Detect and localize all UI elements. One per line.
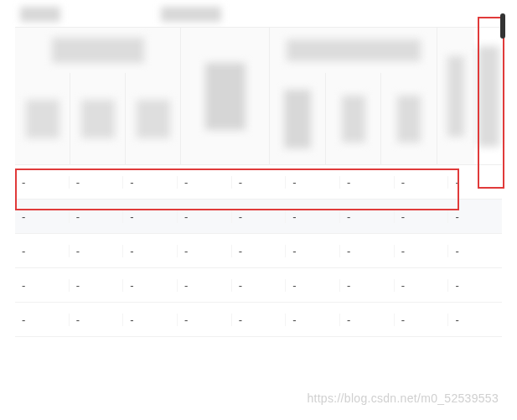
table-cell: - [286, 245, 340, 257]
table-row[interactable]: --------- [15, 234, 502, 268]
col-header [447, 56, 464, 137]
table-cell: - [232, 314, 287, 326]
table-body: ----------------------------------------… [15, 165, 502, 337]
table-cell: - [395, 176, 449, 189]
table-row[interactable]: --------- [15, 200, 502, 234]
table-cell: - [448, 210, 502, 223]
table-cell: - [123, 245, 178, 257]
table-cell: - [123, 314, 178, 326]
col-header [26, 100, 59, 138]
table-cell: - [123, 210, 178, 223]
vertical-scrollbar[interactable] [500, 13, 505, 39]
table-cell: - [395, 210, 449, 223]
col-header [397, 96, 421, 143]
table-cell: - [15, 314, 70, 326]
table-cell: - [123, 176, 178, 189]
table-row[interactable]: --------- [15, 268, 502, 303]
table-cell: - [70, 245, 124, 257]
data-table: ----------------------------------------… [15, 27, 502, 337]
table-cell: - [395, 245, 449, 257]
table-cell: - [178, 314, 232, 326]
table-cell: - [70, 176, 124, 189]
table-cell: - [178, 245, 232, 257]
col-header-single [205, 63, 246, 130]
table-cell: - [178, 176, 232, 189]
col-header-extra [478, 46, 499, 147]
table-header [15, 27, 502, 165]
table-cell: - [232, 245, 287, 257]
table-cell: - [340, 245, 395, 257]
table-cell: - [70, 314, 124, 326]
table-cell: - [340, 176, 395, 189]
table-cell: - [15, 176, 70, 189]
col-group-header-2 [287, 39, 421, 61]
table-cell: - [232, 279, 287, 292]
col-header [342, 96, 365, 143]
watermark-text: https://blog.csdn.net/m0_52539553 [307, 391, 499, 405]
col-header [137, 100, 170, 138]
table-cell: - [340, 314, 395, 326]
header-section [15, 7, 502, 22]
table-cell: - [15, 245, 70, 257]
table-cell: - [395, 314, 449, 326]
content-area: ----------------------------------------… [0, 0, 517, 344]
col-header [81, 100, 115, 138]
table-cell: - [232, 176, 287, 189]
table-cell: - [286, 279, 340, 292]
table-row[interactable]: --------- [15, 303, 502, 337]
table-cell: - [340, 210, 395, 223]
table-cell: - [15, 210, 70, 223]
table-cell: - [15, 279, 70, 292]
table-cell: - [448, 176, 502, 189]
table-cell: - [123, 279, 178, 292]
header-blur-1 [20, 7, 60, 22]
table-cell: - [286, 176, 340, 189]
table-row[interactable]: --------- [15, 165, 502, 200]
table-cell: - [448, 279, 502, 292]
col-header [284, 90, 311, 148]
table-cell: - [70, 210, 124, 223]
table-cell: - [395, 279, 449, 292]
table-cell: - [340, 279, 395, 292]
table-cell: - [178, 210, 232, 223]
table-cell: - [178, 279, 232, 292]
table-cell: - [232, 210, 287, 223]
table-cell: - [448, 314, 502, 326]
table-cell: - [286, 210, 340, 223]
header-blur-2 [161, 7, 221, 22]
col-group-header-1 [52, 38, 144, 63]
table-cell: - [70, 279, 124, 292]
table-cell: - [286, 314, 340, 326]
table-cell: - [448, 245, 502, 257]
